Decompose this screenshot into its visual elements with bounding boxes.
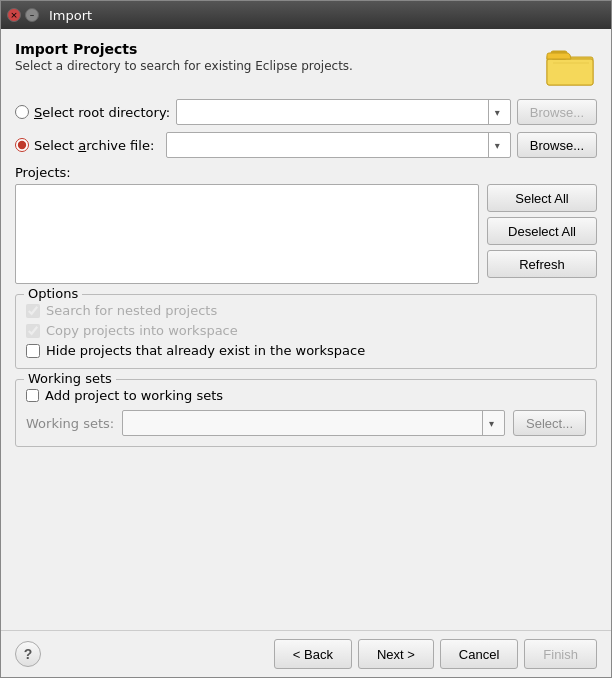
select-all-button[interactable]: Select All	[487, 184, 597, 212]
bottom-bar: ? < Back Next > Cancel Finish	[1, 630, 611, 677]
add-to-ws-checkbox[interactable]	[26, 389, 39, 402]
ws-sets-label: Working sets:	[26, 416, 114, 431]
hide-existing-row: Hide projects that already exist in the …	[26, 343, 586, 358]
window-controls: × –	[7, 8, 39, 22]
root-dir-browse-button[interactable]: Browse...	[517, 99, 597, 125]
archive-file-radio[interactable]	[15, 138, 29, 152]
copy-projects-checkbox[interactable]	[26, 324, 40, 338]
page-title: Import Projects	[15, 41, 353, 57]
header-section: Import Projects Select a directory to se…	[15, 41, 597, 89]
minimize-button[interactable]: –	[25, 8, 39, 22]
hide-existing-label: Hide projects that already exist in the …	[46, 343, 365, 358]
header-text: Import Projects Select a directory to se…	[15, 41, 353, 73]
folder-icon	[545, 41, 597, 89]
archive-file-arrow[interactable]: ▾	[488, 133, 506, 157]
projects-list[interactable]	[15, 184, 479, 284]
cancel-button[interactable]: Cancel	[440, 639, 518, 669]
archive-file-browse-button[interactable]: Browse...	[517, 132, 597, 158]
deselect-all-button[interactable]: Deselect All	[487, 217, 597, 245]
archive-file-row: Select archive file: ▾ Browse...	[15, 132, 597, 158]
projects-label: Projects:	[15, 165, 597, 180]
search-nested-checkbox[interactable]	[26, 304, 40, 318]
ws-select-row: Working sets: ▾ Select...	[26, 410, 586, 436]
root-dir-combo[interactable]: ▾	[176, 99, 511, 125]
root-dir-arrow[interactable]: ▾	[488, 100, 506, 124]
root-dir-radio[interactable]	[15, 105, 29, 119]
help-button[interactable]: ?	[15, 641, 41, 667]
window-title: Import	[49, 8, 92, 23]
next-button[interactable]: Next >	[358, 639, 434, 669]
close-icon: ×	[10, 10, 18, 20]
root-dir-label[interactable]: Select root directory:	[15, 105, 170, 120]
dialog-content: Import Projects Select a directory to se…	[1, 29, 611, 630]
title-bar: × – Import	[1, 1, 611, 29]
options-legend: Options	[24, 286, 82, 301]
working-sets-group: Working sets Add project to working sets…	[15, 379, 597, 447]
minimize-icon: –	[30, 10, 35, 20]
projects-area: Select All Deselect All Refresh	[15, 184, 597, 284]
close-button[interactable]: ×	[7, 8, 21, 22]
spacer	[15, 457, 597, 620]
copy-projects-label: Copy projects into workspace	[46, 323, 238, 338]
archive-file-input[interactable]	[171, 133, 488, 157]
ws-combo[interactable]: ▾	[122, 410, 505, 436]
archive-file-label-text: Select archive file:	[34, 138, 154, 153]
page-subtitle: Select a directory to search for existin…	[15, 59, 353, 73]
copy-projects-row: Copy projects into workspace	[26, 323, 586, 338]
finish-button[interactable]: Finish	[524, 639, 597, 669]
projects-buttons: Select All Deselect All Refresh	[487, 184, 597, 284]
hide-existing-checkbox[interactable]	[26, 344, 40, 358]
root-dir-input[interactable]	[181, 100, 488, 124]
root-dir-label-text: Select root directory:	[34, 105, 170, 120]
import-dialog: × – Import Import Projects Select a dire…	[0, 0, 612, 678]
archive-file-label[interactable]: Select archive file:	[15, 138, 160, 153]
back-button[interactable]: < Back	[274, 639, 352, 669]
options-group: Options Search for nested projects Copy …	[15, 294, 597, 369]
refresh-button[interactable]: Refresh	[487, 250, 597, 278]
ws-input[interactable]	[127, 411, 482, 435]
root-dir-row: Select root directory: ▾ Browse...	[15, 99, 597, 125]
ws-arrow[interactable]: ▾	[482, 411, 500, 435]
search-nested-label: Search for nested projects	[46, 303, 217, 318]
search-nested-row: Search for nested projects	[26, 303, 586, 318]
ws-select-button[interactable]: Select...	[513, 410, 586, 436]
add-to-ws-label: Add project to working sets	[45, 388, 223, 403]
archive-file-combo[interactable]: ▾	[166, 132, 511, 158]
add-to-ws-row: Add project to working sets	[26, 388, 586, 403]
working-sets-legend: Working sets	[24, 371, 116, 386]
